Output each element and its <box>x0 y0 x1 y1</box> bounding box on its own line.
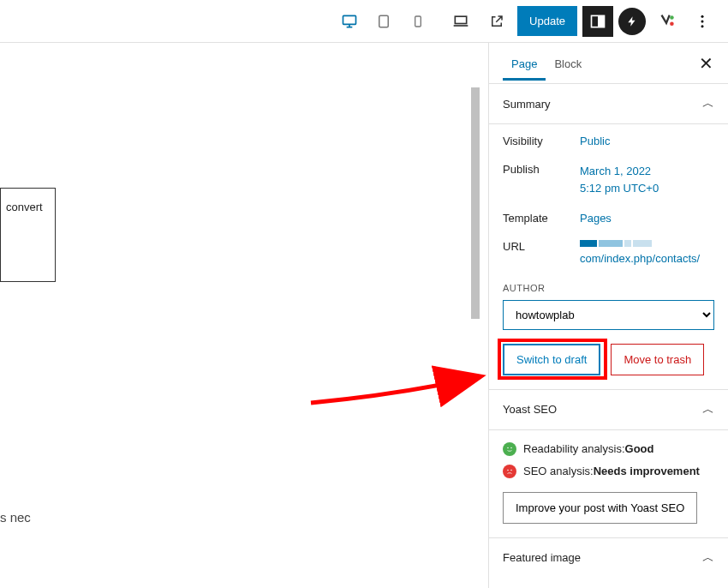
visibility-value[interactable]: Public <box>580 135 714 147</box>
publish-date: March 1, 2022 <box>580 163 714 180</box>
yoast-title: Yoast SEO <box>503 403 557 416</box>
desktop-icon <box>341 13 358 30</box>
smiley-good-icon <box>503 442 516 456</box>
mobile-icon <box>411 14 425 29</box>
laptop-icon-button[interactable] <box>445 6 476 37</box>
fragment-text: s nec <box>0 510 31 525</box>
device-preview-group <box>334 6 433 37</box>
block-fragment-box[interactable]: convert <box>0 188 56 282</box>
close-icon: ✕ <box>699 53 713 74</box>
svg-point-12 <box>510 447 512 448</box>
switch-to-draft-button[interactable]: Switch to draft <box>503 344 600 375</box>
settings-sidebar: Page Block ✕ Summary ︿ Visibility Public… <box>488 43 728 588</box>
seo-row[interactable]: SEO analysis: Needs improvement <box>503 465 714 478</box>
readability-prefix: Readability analysis: <box>523 442 625 455</box>
svg-point-14 <box>510 469 512 471</box>
seo-prefix: SEO analysis: <box>523 465 594 477</box>
template-value[interactable]: Pages <box>580 212 714 225</box>
author-select[interactable]: howtowplab <box>503 300 714 330</box>
desktop-icon-button[interactable] <box>334 6 365 37</box>
svg-rect-3 <box>455 16 466 23</box>
publish-time: 5:12 pm UTC+0 <box>580 180 714 197</box>
chevron-up-icon: ︿ <box>702 550 714 566</box>
svg-point-9 <box>701 20 704 22</box>
laptop-icon <box>452 13 469 30</box>
publish-value[interactable]: March 1, 2022 5:12 pm UTC+0 <box>580 163 714 196</box>
external-link-button[interactable] <box>481 6 512 37</box>
svg-point-11 <box>507 447 509 448</box>
url-redacted-bar <box>580 240 714 247</box>
visibility-label: Visibility <box>503 135 580 147</box>
summary-panel-header[interactable]: Summary ︿ <box>489 84 728 124</box>
yoast-icon <box>657 12 676 31</box>
yoast-panel-body: Readability analysis: Good SEO analysis:… <box>489 430 728 538</box>
svg-point-13 <box>507 469 509 471</box>
more-options-button[interactable] <box>687 6 718 37</box>
settings-panel-toggle[interactable] <box>582 6 613 37</box>
tablet-icon <box>376 14 391 29</box>
featured-image-title: Featured image <box>503 551 581 564</box>
smiley-bad-icon <box>503 465 516 478</box>
url-value[interactable]: com/index.php/contacts/ <box>580 240 714 267</box>
summary-title: Summary <box>503 98 551 111</box>
sidebar-toggle-icon <box>589 13 606 30</box>
featured-image-header[interactable]: Featured image ︿ <box>489 538 728 578</box>
url-label: URL <box>503 240 580 253</box>
svg-point-10 <box>701 25 704 27</box>
yoast-toolbar-button[interactable] <box>651 6 682 37</box>
svg-point-8 <box>701 15 704 17</box>
url-text: com/index.php/contacts/ <box>580 250 714 267</box>
summary-actions: Switch to draft Move to trash <box>503 344 714 375</box>
tab-block[interactable]: Block <box>546 45 590 81</box>
author-label: AUTHOR <box>503 283 714 293</box>
summary-panel-body: Visibility Public Publish March 1, 2022 … <box>489 124 728 390</box>
update-button[interactable]: Update <box>517 6 577 36</box>
three-dots-icon <box>694 13 711 30</box>
jetpack-icon-button[interactable] <box>618 8 646 35</box>
svg-rect-5 <box>598 15 605 27</box>
top-toolbar: Update <box>0 0 728 43</box>
tablet-icon-button[interactable] <box>368 6 399 37</box>
svg-rect-2 <box>415 16 421 27</box>
mobile-icon-button[interactable] <box>403 6 433 37</box>
editor-canvas: convert s nec <box>0 43 480 588</box>
readability-row[interactable]: Readability analysis: Good <box>503 442 714 456</box>
fragment-box-text: convert <box>6 201 43 213</box>
close-sidebar-button[interactable]: ✕ <box>690 48 721 79</box>
svg-point-7 <box>670 21 674 26</box>
external-link-icon <box>489 14 504 29</box>
sidebar-tabs: Page Block ✕ <box>489 43 728 84</box>
lightning-icon <box>626 15 638 27</box>
publish-label: Publish <box>503 163 580 176</box>
readability-status: Good <box>625 442 654 455</box>
seo-status: Needs improvement <box>594 465 700 477</box>
chevron-up-icon: ︿ <box>702 402 714 417</box>
canvas-scrollbar[interactable] <box>471 87 480 319</box>
chevron-up-icon: ︿ <box>702 96 714 111</box>
svg-rect-1 <box>379 15 389 27</box>
template-label: Template <box>503 212 580 225</box>
move-to-trash-button[interactable]: Move to trash <box>611 344 704 375</box>
svg-point-6 <box>670 15 674 20</box>
improve-yoast-button[interactable]: Improve your post with Yoast SEO <box>503 492 697 524</box>
svg-rect-0 <box>343 15 356 24</box>
tab-page[interactable]: Page <box>503 45 546 81</box>
yoast-panel-header[interactable]: Yoast SEO ︿ <box>489 390 728 430</box>
